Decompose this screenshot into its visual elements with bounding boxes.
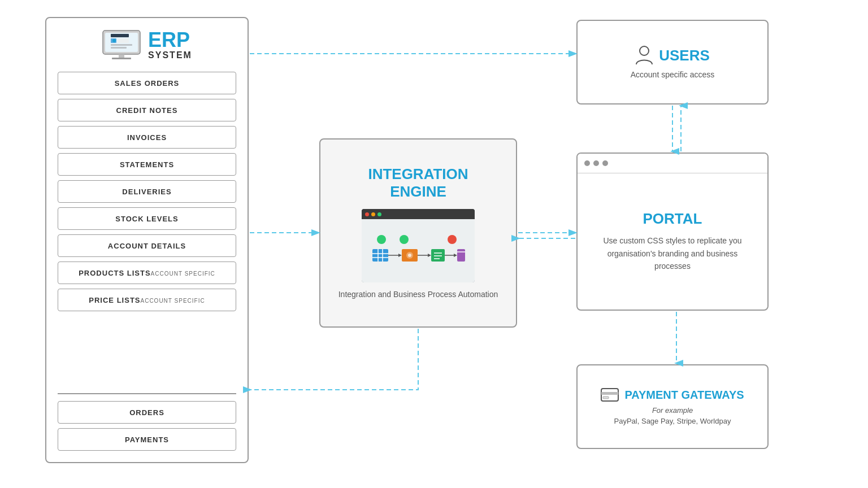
svg-marker-19 (398, 254, 402, 257)
svg-rect-2 (111, 34, 129, 37)
portal-dot-1 (584, 160, 590, 166)
portal-desc: Use custom CSS styles to replicate you o… (591, 234, 754, 272)
erp-item-title: INVOICES (127, 133, 167, 142)
svg-rect-36 (603, 396, 609, 399)
erp-item-sub: ACCOUNT SPECIFIC (141, 298, 205, 304)
svg-marker-30 (454, 254, 457, 257)
erp-item-title: ORDERS (129, 408, 164, 417)
erp-item-box: STATEMENTS (58, 153, 236, 176)
erp-header: ERP SYSTEM (102, 29, 192, 60)
payment-subtitle-italic: For example (652, 406, 693, 415)
erp-item-box: DELIVERIES (58, 180, 236, 203)
integration-screen (362, 209, 475, 282)
screen-dot-red (365, 212, 369, 216)
portal-content: PORTAL Use custom CSS styles to replicat… (578, 173, 767, 310)
users-subtitle: Account specific access (631, 70, 715, 79)
erp-item-title: ACCOUNT DETAILS (108, 242, 186, 250)
svg-rect-4 (118, 38, 129, 43)
svg-rect-13 (372, 249, 388, 262)
erp-system-label: SYSTEM (148, 50, 192, 60)
svg-rect-8 (119, 54, 124, 58)
erp-item-box: ACCOUNT DETAILS (58, 234, 236, 257)
payment-title: PAYMENT GATEWAYS (624, 389, 744, 402)
svg-point-5 (112, 39, 116, 42)
erp-item-box: INVOICES (58, 126, 236, 149)
integration-engine-box: INTEGRATIONENGINE (319, 138, 517, 328)
erp-item-box: PRODUCTS LISTSACCOUNT SPECIFIC (58, 262, 236, 284)
svg-rect-6 (111, 44, 132, 46)
erp-item-title: PRICE LISTS (89, 296, 140, 304)
integration-desc: Integration and Business Process Automat… (338, 289, 498, 300)
svg-point-12 (448, 235, 457, 244)
users-title: USERS (659, 47, 710, 64)
diagram-container: ERP SYSTEM SALES ORDERSCREDIT NOTESINVOI… (0, 0, 868, 488)
erp-item-title: PAYMENTS (125, 435, 169, 444)
process-flow-svg (370, 231, 466, 271)
erp-item-box: ORDERS (58, 401, 236, 424)
erp-item-sub: ACCOUNT SPECIFIC (151, 271, 215, 277)
svg-rect-35 (601, 392, 618, 395)
erp-divider (58, 393, 236, 394)
erp-item-title: CREDIT NOTES (116, 106, 178, 115)
portal-titlebar (578, 154, 767, 173)
payment-card-icon (601, 388, 619, 402)
svg-rect-7 (111, 47, 127, 49)
erp-item-box: CREDIT NOTES (58, 99, 236, 121)
payment-box: PAYMENT GATEWAYS For example PayPal, Sag… (576, 364, 769, 449)
svg-rect-25 (431, 249, 445, 262)
users-header: USERS (635, 45, 710, 66)
erp-box: ERP SYSTEM SALES ORDERSCREDIT NOTESINVOI… (45, 17, 249, 463)
screen-dot-yellow (371, 212, 375, 216)
erp-item-box: PAYMENTS (58, 428, 236, 451)
svg-rect-9 (112, 58, 131, 59)
erp-item-box: SALES ORDERS (58, 72, 236, 94)
erp-item-title: DELIVERIES (122, 188, 171, 196)
erp-item-title: SALES ORDERS (115, 79, 180, 88)
svg-marker-24 (428, 254, 431, 257)
monitor-icon (102, 29, 141, 60)
svg-point-11 (400, 235, 409, 244)
screen-dot-green (377, 212, 381, 216)
svg-point-33 (640, 46, 649, 55)
payment-header: PAYMENT GATEWAYS (601, 388, 744, 402)
users-box: USERS Account specific access (576, 20, 769, 104)
erp-item-box: PRICE LISTSACCOUNT SPECIFIC (58, 289, 236, 311)
integration-title: INTEGRATIONENGINE (368, 165, 468, 201)
portal-box: PORTAL Use custom CSS styles to replicat… (576, 152, 769, 311)
portal-dot-3 (602, 160, 608, 166)
screen-content (362, 219, 475, 282)
screen-titlebar (362, 209, 475, 219)
erp-title: ERP (148, 30, 192, 50)
svg-point-10 (377, 235, 386, 244)
users-person-icon (635, 45, 653, 66)
erp-item-box: STOCK LEVELS (58, 207, 236, 230)
portal-title: PORTAL (643, 210, 702, 228)
erp-items-bottom: ORDERSPAYMENTS (58, 401, 236, 451)
erp-items-top: SALES ORDERSCREDIT NOTESINVOICESSTATEMEN… (58, 72, 236, 386)
portal-dot-2 (593, 160, 599, 166)
integration-to-orders-arrow (250, 329, 418, 390)
svg-rect-31 (457, 249, 465, 262)
erp-item-title: STATEMENTS (120, 160, 174, 169)
erp-item-title: STOCK LEVELS (115, 215, 178, 223)
erp-title-block: ERP SYSTEM (148, 30, 192, 60)
payment-subtitle: PayPal, Sage Pay, Stripe, Worldpay (614, 417, 731, 425)
erp-item-title: PRODUCTS LISTS (79, 269, 150, 277)
svg-point-22 (408, 254, 411, 257)
